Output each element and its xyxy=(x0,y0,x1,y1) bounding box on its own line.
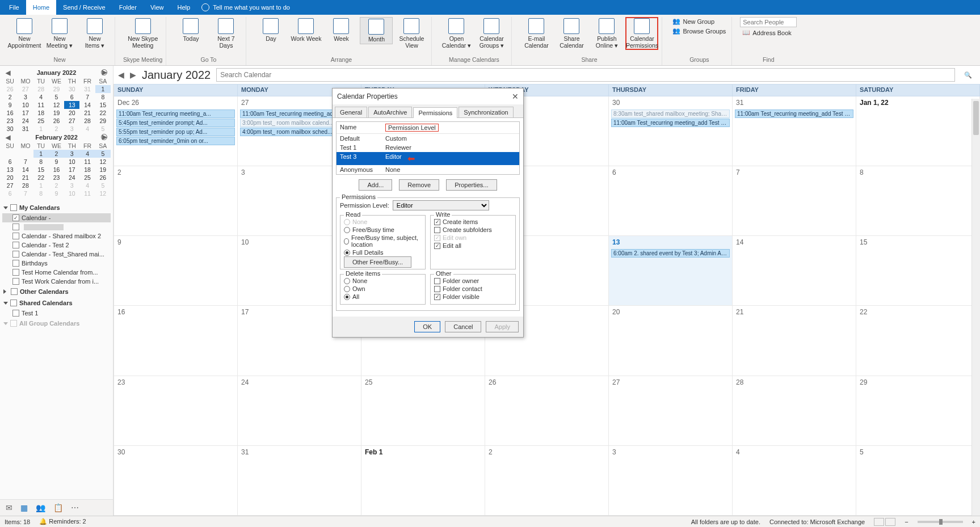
day-cell[interactable]: 2 xyxy=(485,446,609,516)
day-cell[interactable]: 3111:00am Test_recurring meeting_add Tes… xyxy=(733,96,856,166)
day-cell[interactable]: 24 xyxy=(238,376,361,446)
minical-day[interactable]: 2 xyxy=(49,125,64,133)
menu-tab-help[interactable]: Help xyxy=(171,0,197,15)
write-option[interactable]: Create items xyxy=(434,218,512,226)
minical-day[interactable]: 4 xyxy=(79,150,95,158)
minical-day[interactable]: 11 xyxy=(79,158,95,166)
ribbon-new-skype-meeting[interactable]: New SkypeMeeting xyxy=(127,17,159,50)
menu-tab-sendreceive[interactable]: Send / Receive xyxy=(56,0,112,15)
minical-day[interactable]: 2 xyxy=(49,182,64,189)
minical-day[interactable]: 12 xyxy=(95,189,111,197)
day-cell[interactable]: 5 xyxy=(856,446,980,516)
new-group-button[interactable]: 👥 New Group xyxy=(670,17,728,26)
minical-day[interactable]: 3 xyxy=(64,182,79,189)
day-cell[interactable]: 15 xyxy=(856,236,980,306)
minical-day[interactable]: 15 xyxy=(33,166,49,174)
minical-day[interactable]: 10 xyxy=(18,101,33,109)
day-cell[interactable]: 308:30am test_shared mailbox_meeting; Sh… xyxy=(609,96,733,166)
day-cell[interactable]: 3 xyxy=(609,446,733,516)
minical-day[interactable]: 20 xyxy=(2,174,18,182)
delete-option[interactable]: Own xyxy=(344,285,422,293)
minical-day[interactable]: 9 xyxy=(2,101,18,109)
search-people-input[interactable] xyxy=(740,17,797,27)
callist-item[interactable]: Calendar - Test 2 xyxy=(2,241,111,250)
day-cell[interactable]: 26 xyxy=(485,376,609,446)
day-cell[interactable]: 2 xyxy=(114,166,238,236)
minical-day[interactable]: 24 xyxy=(18,117,33,125)
minical-day[interactable]: 28 xyxy=(18,182,33,189)
minical-day[interactable]: 21 xyxy=(79,109,95,117)
minical-day[interactable]: 6 xyxy=(2,189,18,197)
minical-day[interactable]: 22 xyxy=(95,109,111,117)
ribbon-open-calendar-[interactable]: OpenCalendar ▾ xyxy=(440,17,473,50)
minical-day[interactable]: 19 xyxy=(95,166,111,174)
minical-day[interactable]: 12 xyxy=(95,158,111,166)
minical-day[interactable]: 31 xyxy=(18,125,33,133)
minical-day[interactable]: 22 xyxy=(33,174,49,182)
minical-day[interactable]: 28 xyxy=(33,85,49,93)
next-month[interactable]: ▶ xyxy=(130,70,136,79)
day-cell[interactable]: Jan 1, 22 xyxy=(856,96,980,166)
minical-day[interactable]: 9 xyxy=(49,158,64,166)
minical-day[interactable]: 29 xyxy=(49,85,64,93)
minical-day[interactable]: 5 xyxy=(95,125,111,133)
callist-item[interactable]: Test 1 xyxy=(2,309,111,318)
permission-row[interactable]: Test 3Editor⬅ xyxy=(337,152,519,165)
zoom-in[interactable]: + xyxy=(972,518,975,525)
minical-day[interactable]: 4 xyxy=(79,125,95,133)
menu-tab-file[interactable]: File xyxy=(2,0,26,15)
minical-day[interactable]: 3 xyxy=(64,125,79,133)
minical-day[interactable]: 3 xyxy=(64,150,79,158)
minical-day[interactable]: 1 xyxy=(33,150,49,158)
permission-row[interactable]: Test 1Reviewer xyxy=(337,143,519,152)
other-option[interactable]: Folder visible xyxy=(434,293,512,301)
day-cell[interactable]: 14 xyxy=(733,236,856,306)
minical-day[interactable]: 25 xyxy=(79,174,95,182)
day-cell[interactable]: 4 xyxy=(733,446,856,516)
zoom-out[interactable]: − xyxy=(905,518,908,525)
search-icon[interactable]: 🔍 xyxy=(961,71,975,79)
minical-day[interactable]: 9 xyxy=(49,189,64,197)
minical-day[interactable]: 16 xyxy=(2,109,18,117)
minical-day[interactable]: 30 xyxy=(2,125,18,133)
minical-day[interactable]: 27 xyxy=(2,182,18,189)
ribbon-day-[interactable]: Day xyxy=(254,17,287,43)
callist-item[interactable]: Birthdays xyxy=(2,259,111,268)
minical-day[interactable]: 10 xyxy=(64,189,79,197)
calendar-event[interactable]: 6:05pm test_reminder_0min on or... xyxy=(116,137,235,145)
more-icon[interactable]: ⋯ xyxy=(71,503,79,512)
minical-prev[interactable]: ◀ xyxy=(6,69,10,77)
minical-day[interactable]: 27 xyxy=(64,117,79,125)
day-cell[interactable]: 23 xyxy=(114,376,238,446)
minical-day[interactable]: 1 xyxy=(33,125,49,133)
view-reading-icon[interactable] xyxy=(885,518,895,526)
day-cell[interactable]: 21 xyxy=(733,306,856,376)
minical-next[interactable]: ▶ xyxy=(101,69,107,75)
write-option[interactable]: Create subfolders xyxy=(434,226,512,234)
ribbon-calendar-permissions[interactable]: CalendarPermissions xyxy=(625,17,658,50)
ribbon-new-items-[interactable]: NewItems ▾ xyxy=(78,17,111,50)
properties-button[interactable]: Properties... xyxy=(446,179,497,191)
minical-day[interactable]: 1 xyxy=(95,85,111,93)
permissions-list[interactable]: Name Permission Level DefaultCustomTest … xyxy=(336,121,520,175)
day-cell[interactable]: 9 xyxy=(114,236,238,306)
minical-day[interactable]: 11 xyxy=(79,189,95,197)
ribbon-share-calendar[interactable]: ShareCalendar xyxy=(555,17,588,50)
minical-day[interactable]: 14 xyxy=(18,166,33,174)
view-normal-icon[interactable] xyxy=(874,518,884,526)
permission-row[interactable]: AnonymousNone xyxy=(337,165,519,174)
minical-day[interactable] xyxy=(18,150,33,158)
minical-day[interactable]: 7 xyxy=(18,158,33,166)
callist-section[interactable]: Other Calendars xyxy=(2,286,111,297)
address-book-button[interactable]: 📖 Address Book xyxy=(740,28,797,37)
minical-day[interactable]: 7 xyxy=(79,93,95,101)
ribbon-month-[interactable]: Month xyxy=(360,17,393,44)
minical-next[interactable]: ▶ xyxy=(101,134,107,140)
tell-me[interactable]: Tell me what you want to do xyxy=(201,3,290,11)
minical-day[interactable]: 12 xyxy=(49,101,64,109)
dialog-tab-autoarchive[interactable]: AutoArchive xyxy=(368,107,412,117)
write-option[interactable]: Edit all xyxy=(434,242,512,250)
minical-prev[interactable]: ◀ xyxy=(6,134,10,141)
ribbon-publish-online-[interactable]: PublishOnline ▾ xyxy=(590,17,623,50)
minical-day[interactable]: 18 xyxy=(79,166,95,174)
